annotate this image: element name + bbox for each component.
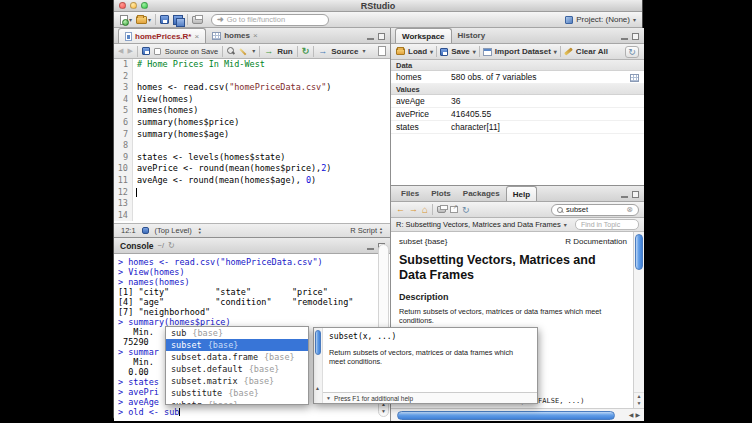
object-row[interactable]: states character[11]	[391, 121, 644, 134]
save-button[interactable]	[160, 15, 169, 24]
help-vertical-scrollbar[interactable]: ▲▼	[633, 232, 644, 408]
object-row[interactable]: aveAge 36	[391, 95, 644, 108]
minimize-pane-icon[interactable]	[367, 38, 374, 40]
autocomplete-item[interactable]: subset.matrix {base}	[166, 375, 308, 387]
console-line: [4] "age" "condition" "remodeling"	[118, 297, 390, 307]
run-button[interactable]: Run	[277, 47, 293, 56]
autocomplete-popup[interactable]: sub {base} subset {base} subset.data.fra…	[165, 326, 309, 405]
compile-notebook-icon[interactable]	[378, 46, 386, 56]
help-search-input[interactable]: subset ⊗	[551, 204, 639, 216]
clear-search-icon[interactable]: ⊗	[626, 205, 633, 214]
print-button[interactable]	[192, 16, 203, 24]
autocomplete-item[interactable]: substitute {base}	[166, 387, 308, 399]
close-tab-icon[interactable]: ×	[194, 32, 199, 41]
new-file-button[interactable]: ▾	[120, 15, 132, 25]
save-button[interactable]: Save	[451, 47, 470, 56]
tooltip-scrollbar[interactable]: ▲	[314, 328, 323, 403]
scope-selector[interactable]: (Top Level)	[155, 226, 192, 235]
refresh-workspace-button[interactable]: ↻	[625, 46, 639, 58]
import-dataset-icon	[483, 48, 492, 56]
working-directory-icon[interactable]: ↻	[168, 241, 175, 250]
code-text	[133, 71, 137, 83]
maximize-pane-icon[interactable]	[632, 191, 639, 198]
help-tab[interactable]: Packages	[457, 186, 506, 201]
source-on-save-checkbox[interactable]	[154, 48, 161, 55]
autocomplete-item[interactable]: substr {base}	[166, 399, 308, 405]
doc-type-selector[interactable]: R Script	[350, 226, 377, 235]
minimize-pane-icon[interactable]	[621, 38, 628, 40]
run-icon[interactable]: →	[264, 47, 273, 56]
scrollbar-arrows-icon[interactable]: ◀▶	[629, 411, 642, 418]
clear-all-button[interactable]: Clear All	[576, 47, 608, 56]
code-text: View(homes)	[133, 94, 193, 106]
minimize-pane-icon[interactable]	[367, 248, 374, 250]
workspace-tab[interactable]: History	[452, 28, 492, 43]
main-toolbar: ▾ ▾ ➜ Go to file/function Project: (None…	[114, 12, 642, 28]
help-horizontal-scrollbar[interactable]: ◀▶	[391, 408, 644, 421]
import-dataset-button[interactable]: Import Dataset	[495, 47, 551, 56]
home-icon[interactable]: ⌂	[422, 205, 428, 215]
topic-selector[interactable]: R: Subsetting Vectors, Matrices and Data…	[396, 220, 561, 229]
code-text: summary(homes$age)	[133, 129, 229, 141]
workspace-tab[interactable]: Workspace	[395, 28, 452, 43]
goto-file-input[interactable]: ➜ Go to file/function	[211, 14, 329, 26]
minimize-pane-icon[interactable]	[621, 196, 628, 198]
find-in-topic-input[interactable]: Find in Topic	[575, 219, 639, 230]
scroll-down-icon[interactable]: ▼	[326, 395, 331, 401]
print-icon[interactable]	[437, 206, 446, 213]
close-tab-icon[interactable]: ×	[253, 31, 258, 40]
source-button[interactable]: Source	[331, 47, 358, 56]
view-data-icon[interactable]	[630, 74, 639, 82]
updown-arrows-icon: ▲▼	[379, 227, 383, 234]
source-tabstrip: homePrices.R* × homes ×	[114, 28, 390, 44]
back-icon[interactable]: ←	[396, 205, 405, 214]
scrollbar-thumb[interactable]	[315, 330, 321, 355]
scrollbar-thumb[interactable]	[635, 234, 643, 270]
load-button[interactable]: Load	[408, 47, 427, 56]
completion-package: {base}	[228, 387, 259, 399]
source-tab[interactable]: homes ×	[206, 28, 263, 43]
save-icon[interactable]	[142, 47, 150, 55]
completion-name: substr	[171, 399, 202, 405]
code-tools-icon[interactable]	[239, 47, 248, 56]
pane-window-buttons	[621, 33, 639, 40]
console-line: > old <- sub	[118, 407, 390, 417]
tab-label: Workspace	[402, 32, 445, 41]
forward-icon[interactable]: →	[409, 205, 418, 214]
back-icon[interactable]: ◀	[118, 47, 123, 55]
autocomplete-item[interactable]: sub {base}	[166, 327, 308, 339]
object-value: character[11]	[451, 122, 500, 132]
divider	[222, 46, 223, 57]
scope-icon	[142, 227, 149, 234]
autocomplete-item[interactable]: subset.data.frame {base}	[166, 351, 308, 363]
save-workspace-icon	[440, 48, 448, 56]
zoom-window-button[interactable]	[141, 2, 148, 9]
refresh-icon[interactable]: ↻	[462, 205, 470, 215]
source-tab[interactable]: homePrices.R* ×	[118, 28, 206, 43]
forward-icon[interactable]: ▶	[127, 47, 132, 55]
object-row[interactable]: avePrice 416405.55	[391, 108, 644, 121]
maximize-pane-icon[interactable]	[378, 33, 385, 40]
scrollbar-arrows-icon[interactable]: ▲▼	[634, 392, 644, 407]
code-editor[interactable]: 1 # Home Prices In Mid-West 2 3 homes <-…	[114, 59, 390, 223]
object-row[interactable]: homes 580 obs. of 7 variables	[391, 71, 644, 84]
open-in-new-window-icon[interactable]	[450, 206, 458, 213]
scrollbar-thumb[interactable]	[397, 411, 615, 420]
save-all-button[interactable]	[173, 15, 183, 25]
close-window-button[interactable]	[119, 2, 126, 9]
find-icon[interactable]	[227, 47, 235, 55]
rerun-icon[interactable]: ↻	[302, 47, 310, 56]
workspace-tabstrip: Workspace History	[391, 28, 644, 44]
code-text: homes <- read.csv("homePriceData.csv")	[133, 82, 331, 94]
open-file-button[interactable]: ▾	[136, 16, 151, 24]
maximize-pane-icon[interactable]	[632, 33, 639, 40]
autocomplete-item[interactable]: subset {base}	[166, 339, 308, 351]
scroll-up-icon[interactable]: ▲	[315, 385, 320, 391]
source-icon[interactable]: →	[318, 47, 327, 56]
help-tab[interactable]: Help	[506, 186, 537, 201]
minimize-window-button[interactable]	[130, 2, 137, 9]
help-tab[interactable]: Plots	[425, 186, 457, 201]
help-tab[interactable]: Files	[395, 186, 425, 201]
project-menu-button[interactable]: Project: (None) ▾	[565, 15, 636, 24]
autocomplete-item[interactable]: subset.default {base}	[166, 363, 308, 375]
